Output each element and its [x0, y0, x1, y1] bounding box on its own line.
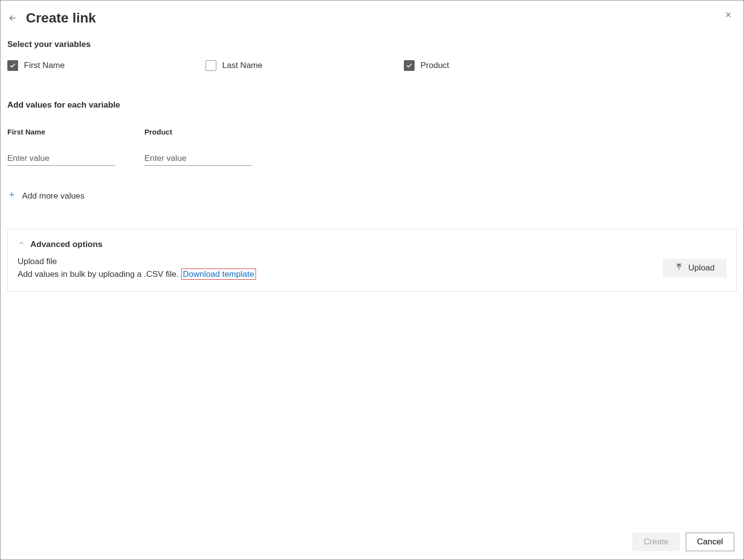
select-variables-heading: Select your variables	[7, 40, 737, 49]
back-arrow-icon[interactable]	[7, 13, 18, 23]
checkbox-label: First Name	[24, 61, 65, 70]
upload-button-label: Upload	[688, 263, 715, 273]
upload-button[interactable]: Upload	[663, 259, 726, 278]
product-input[interactable]	[144, 152, 252, 166]
add-values-heading: Add values for each variable	[7, 100, 737, 110]
checkbox-icon[interactable]	[206, 60, 216, 71]
download-template-link[interactable]: Download template	[183, 269, 255, 279]
field-label-first-name: First Name	[7, 128, 115, 136]
upload-icon	[674, 263, 683, 274]
checkbox-first-name[interactable]: First Name	[7, 60, 206, 71]
checkbox-icon[interactable]	[404, 60, 415, 71]
advanced-options-toggle[interactable]: Advanced options	[18, 239, 726, 249]
upload-instruction-text: Add values in bulk by uploading a .CSV f…	[18, 269, 181, 279]
add-more-label: Add more values	[22, 191, 85, 201]
cancel-button[interactable]: Cancel	[686, 533, 734, 551]
close-icon[interactable]	[722, 9, 734, 21]
advanced-options-label: Advanced options	[30, 240, 102, 249]
checkbox-label: Last Name	[222, 61, 262, 70]
create-button[interactable]: Create	[632, 533, 680, 551]
plus-icon	[7, 190, 16, 202]
checkbox-product[interactable]: Product	[404, 60, 602, 71]
checkbox-icon[interactable]	[7, 60, 18, 71]
advanced-options-card: Advanced options Upload file Add values …	[7, 229, 737, 291]
field-label-product: Product	[144, 128, 252, 136]
checkbox-label: Product	[420, 61, 449, 70]
page-title: Create link	[26, 10, 96, 26]
chevron-up-icon	[18, 239, 25, 249]
first-name-input[interactable]	[7, 152, 115, 166]
add-more-values-button[interactable]: Add more values	[7, 190, 737, 202]
checkbox-last-name[interactable]: Last Name	[206, 60, 404, 71]
upload-file-label: Upload file	[18, 255, 256, 268]
